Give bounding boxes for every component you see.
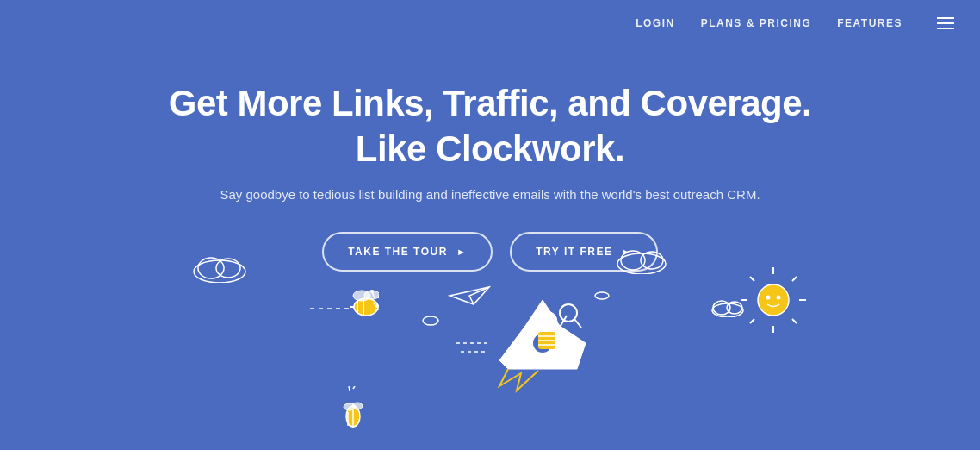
paper-plane-illustration <box>448 283 491 312</box>
svg-point-7 <box>374 303 376 305</box>
illustration-area <box>0 260 980 450</box>
nav-login[interactable]: LOGIN <box>636 17 675 29</box>
svg-point-23 <box>537 311 557 332</box>
svg-point-17 <box>352 403 363 409</box>
hero-content: Get More Links, Traffic, and Coverage. L… <box>0 47 980 272</box>
svg-point-6 <box>375 304 379 308</box>
free-button-label: TRY IT FREE <box>536 246 612 258</box>
svg-line-18 <box>349 386 350 391</box>
hamburger-menu[interactable] <box>937 17 954 29</box>
svg-line-19 <box>353 386 355 389</box>
rocket-rider-illustration <box>456 257 629 398</box>
small-shape-2 <box>594 288 610 303</box>
small-bee <box>336 386 370 433</box>
hero-title-line1: Get More Links, Traffic, and Coverage. <box>169 83 812 123</box>
tour-button-label: TAKE THE TOUR <box>348 246 448 258</box>
svg-point-42 <box>777 296 781 300</box>
hero-buttons: TAKE THE TOUR ► TRY IT FREE ► <box>0 232 980 272</box>
take-tour-button[interactable]: TAKE THE TOUR ► <box>322 232 493 272</box>
hero-title-line2: Like Clockwork. <box>356 128 624 169</box>
sun-illustration <box>739 266 808 338</box>
hero-section: LOGIN PLANS & PRICING FEATURES Get More … <box>0 0 980 450</box>
try-free-button[interactable]: TRY IT FREE ► <box>510 232 658 272</box>
free-arrow-icon: ► <box>621 247 631 257</box>
hero-subtitle: Say goodbye to tedious list building and… <box>0 187 980 202</box>
svg-line-40 <box>792 319 797 323</box>
navbar: LOGIN PLANS & PRICING FEATURES <box>0 0 980 47</box>
svg-line-37 <box>750 277 754 281</box>
tour-arrow-icon: ► <box>456 247 467 257</box>
small-shape-1 <box>422 314 439 329</box>
svg-point-32 <box>758 284 789 316</box>
svg-point-10 <box>370 290 374 293</box>
nav-features[interactable]: FEATURES <box>837 17 902 29</box>
svg-line-29 <box>574 319 581 328</box>
bee-illustration <box>310 274 379 338</box>
nav-plans[interactable]: PLANS & PRICING <box>701 17 812 29</box>
svg-point-52 <box>423 316 438 325</box>
nav-links: LOGIN PLANS & PRICING FEATURES <box>636 17 954 29</box>
hero-title: Get More Links, Traffic, and Coverage. L… <box>0 81 980 172</box>
svg-point-53 <box>595 292 609 299</box>
svg-line-38 <box>792 277 797 281</box>
cloud-3-illustration <box>709 298 747 321</box>
svg-point-41 <box>766 296 771 300</box>
svg-point-50 <box>713 301 730 315</box>
svg-line-39 <box>750 319 754 323</box>
